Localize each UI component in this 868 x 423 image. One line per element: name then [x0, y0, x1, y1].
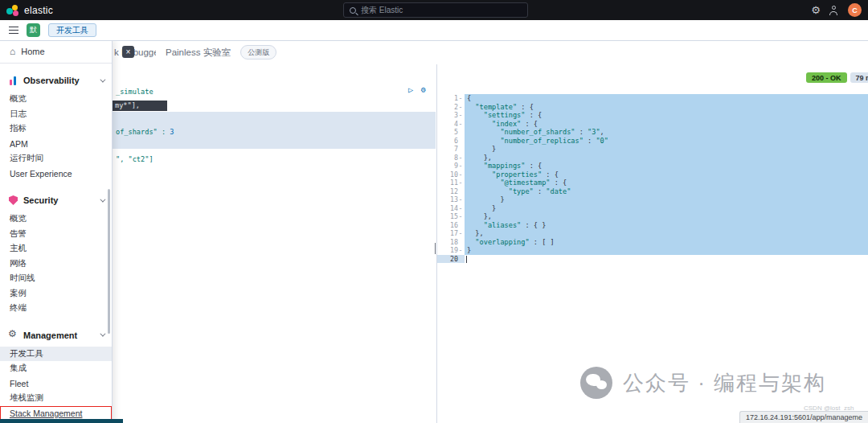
- section-label: Observability: [23, 76, 80, 85]
- code-line: }: [467, 246, 868, 255]
- sidebar-item[interactable]: 时间线: [0, 271, 112, 286]
- line-number: 10-: [437, 170, 465, 179]
- sidebar-section-observability[interactable]: Observability: [0, 69, 112, 92]
- section-label: Management: [23, 331, 77, 340]
- code-line: "properties" : {: [467, 170, 868, 179]
- sidebar-item[interactable]: 运行时间: [0, 151, 112, 166]
- settings-icon[interactable]: ⚙: [811, 5, 821, 15]
- sidebar-item[interactable]: 主机: [0, 241, 112, 257]
- sidebar-item[interactable]: 概览: [0, 92, 112, 107]
- code-line: "number_of_shards" : "3",: [467, 128, 868, 137]
- wrench-icon[interactable]: ⚙: [421, 85, 426, 94]
- sidebar-item[interactable]: 概览: [0, 212, 112, 227]
- code-line: [467, 255, 868, 264]
- line-number: 13-: [437, 195, 465, 204]
- sidebar-item[interactable]: 告警: [0, 227, 112, 242]
- sidebar-item[interactable]: 日志: [0, 107, 112, 122]
- code-line: "mappings" : {: [467, 162, 868, 170]
- line-number: 9-: [437, 162, 465, 170]
- send-request-icon[interactable]: ▷: [408, 85, 413, 94]
- line-number: 2-: [437, 103, 465, 112]
- code-line: "settings" : {: [467, 111, 868, 120]
- line-number: 6: [437, 137, 465, 146]
- user-icon[interactable]: [829, 6, 839, 15]
- tab-painless-lab[interactable]: Painless 实验室: [166, 47, 231, 59]
- sidebar-item[interactable]: 指标: [0, 121, 112, 137]
- sidebar-item[interactable]: 开发工具: [0, 347, 112, 362]
- code-line: }: [467, 204, 868, 213]
- shards-key: of_shards" :: [116, 128, 170, 136]
- sidebar-section: Observability概览日志指标APM运行时间User Experienc…: [0, 69, 112, 181]
- code-line: "type" : "date": [467, 187, 868, 196]
- home-label: Home: [21, 47, 44, 56]
- space-badge[interactable]: 默: [27, 23, 40, 37]
- sidebar-section-security[interactable]: Security: [0, 189, 112, 212]
- chevron-down-icon: [100, 196, 105, 202]
- shards-value: 3: [170, 128, 174, 136]
- sidebar-item[interactable]: 网络: [0, 257, 112, 272]
- request-shards-fragment: of_shards" : 3: [116, 127, 174, 137]
- line-number: 14-: [437, 204, 465, 213]
- sidebar-sections: Observability概览日志指标APM运行时间User Experienc…: [0, 64, 112, 421]
- code-line: "aliases" : { }: [467, 221, 868, 230]
- request-editor[interactable]: _simulate my*"], of_shards" : 3 ", "ct2"…: [113, 64, 436, 423]
- management-icon: [8, 330, 18, 340]
- line-number: 5: [437, 128, 465, 137]
- elastic-logo-icon: [6, 4, 19, 17]
- status-badge: 200 - OK: [806, 72, 847, 83]
- sidebar-item[interactable]: User Experience: [0, 166, 112, 182]
- app-root: elastic ⚙ C 默 开发工具 ⌂ Home Observability概…: [0, 0, 868, 423]
- section-label: Security: [23, 195, 58, 205]
- search-input[interactable]: [361, 6, 522, 14]
- response-lines: { "template" : { "settings" : { "index" …: [467, 94, 868, 263]
- line-number: 20: [437, 255, 465, 264]
- code-line: }: [467, 145, 868, 154]
- line-number: 1-: [437, 94, 465, 103]
- bottom-left-strip: [0, 419, 123, 423]
- security-icon: [9, 195, 18, 205]
- breadcrumb[interactable]: 开发工具: [48, 23, 96, 37]
- wechat-icon: [580, 367, 612, 399]
- sidebar-scrollbar[interactable]: [108, 189, 110, 334]
- line-number: 18: [437, 238, 465, 247]
- close-icon[interactable]: ×: [122, 46, 134, 58]
- response-status: 200 - OK 79 ms: [806, 72, 868, 83]
- home-icon: ⌂: [10, 46, 15, 57]
- request-method-fragment: _simulate: [116, 87, 154, 97]
- line-number: 4-: [437, 120, 465, 129]
- line-number: 15-: [437, 212, 465, 221]
- line-number: 16: [437, 221, 465, 230]
- status-url: 172.16.24.191:5601/app/manageme: [739, 411, 868, 423]
- watermark: 公众号 · 编程与架构: [580, 367, 826, 399]
- code-line: },: [467, 154, 868, 162]
- sidebar-item[interactable]: 堆栈监测: [0, 391, 112, 406]
- sidebar-item[interactable]: APM: [0, 137, 112, 152]
- sidebar-item-home[interactable]: ⌂ Home: [0, 40, 112, 63]
- devtools-tabs: k Debugger × Painless 实验室 公测版: [113, 40, 868, 64]
- sidebar-item[interactable]: 终端: [0, 301, 112, 316]
- sidebar-item[interactable]: 集成: [0, 361, 112, 376]
- line-number: 12: [437, 187, 465, 196]
- avatar[interactable]: C: [848, 3, 862, 17]
- top-bar: elastic ⚙ C: [0, 0, 868, 20]
- chevron-down-icon: [100, 76, 105, 82]
- sidebar-item[interactable]: Fleet: [0, 376, 112, 392]
- tab-grok-debugger[interactable]: k Debugger: [114, 47, 156, 57]
- menu-icon[interactable]: [9, 24, 18, 35]
- brand-name: elastic: [24, 5, 53, 16]
- elastic-home-link[interactable]: elastic: [0, 4, 53, 17]
- text-cursor: [466, 256, 467, 263]
- code-line: "number_of_replicas" : "0": [467, 137, 868, 146]
- sidebar-section-management[interactable]: Management: [0, 324, 112, 347]
- nav-flyout: ⌂ Home Observability概览日志指标APM运行时间User Ex…: [0, 40, 113, 423]
- code-line: "template" : {: [467, 103, 868, 112]
- sidebar-item[interactable]: 案例: [0, 286, 112, 302]
- sidebar-section: Security概览告警主机网络时间线案例终端: [0, 189, 112, 316]
- beta-badge: 公测版: [240, 45, 276, 60]
- line-number: 3-: [437, 111, 465, 120]
- request-composed-fragment: ", "ct2"]: [116, 154, 154, 164]
- line-number: 19-: [437, 246, 465, 255]
- code-line: "@timestamp" : {: [467, 179, 868, 187]
- code-line: },: [467, 212, 868, 221]
- global-search[interactable]: [343, 2, 528, 18]
